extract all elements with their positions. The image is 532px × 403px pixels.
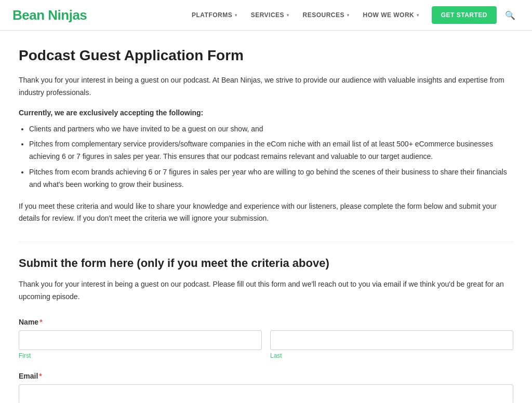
form-section-text: Thank you for your interest in being a g… — [19, 278, 513, 303]
list-item: Pitches from complementary service provi… — [29, 138, 513, 163]
last-name-field: Last — [270, 330, 513, 359]
list-item: Pitches from ecom brands achieving 6 or … — [29, 166, 513, 191]
email-label: Email* — [19, 372, 513, 380]
chevron-down-icon: ▼ — [416, 13, 420, 18]
required-indicator: * — [39, 318, 42, 326]
first-name-label: First — [19, 352, 262, 359]
chevron-down-icon: ▼ — [286, 13, 290, 18]
intro-paragraph: Thank you for your interest in being a g… — [19, 74, 513, 99]
logo-text: Bean Ninjas — [12, 7, 87, 23]
form-section-title: Submit the form here (only if you meet t… — [19, 257, 513, 270]
name-field-group: Name* First Last — [19, 318, 513, 359]
nav-platforms[interactable]: PLATFORMS ▼ — [187, 8, 244, 22]
name-label: Name* — [19, 318, 513, 326]
main-content: Podcast Guest Application Form Thank you… — [6, 31, 526, 403]
podcast-application-form: Name* First Last Email* — [19, 318, 513, 403]
list-item: Clients and partners who we have invited… — [29, 123, 513, 136]
criteria-list: Clients and partners who we have invited… — [19, 123, 513, 191]
email-input[interactable] — [19, 384, 513, 403]
last-name-label: Last — [270, 352, 513, 359]
nav-services[interactable]: SERVICES ▼ — [246, 8, 296, 22]
main-nav: PLATFORMS ▼ SERVICES ▼ RESOURCES ▼ HOW W… — [187, 6, 520, 24]
site-logo[interactable]: Bean Ninjas — [12, 7, 87, 23]
name-row: First Last — [19, 330, 513, 359]
page-title: Podcast Guest Application Form — [19, 47, 513, 64]
nav-resources[interactable]: RESOURCES ▼ — [298, 8, 356, 22]
form-intro-paragraph: If you meet these criteria and would lik… — [19, 200, 513, 225]
search-icon[interactable]: 🔍 — [501, 7, 520, 23]
email-field-group: Email* — [19, 372, 513, 403]
first-name-field: First — [19, 330, 262, 359]
first-name-input[interactable] — [19, 330, 262, 350]
chevron-down-icon: ▼ — [234, 13, 238, 18]
required-indicator: * — [39, 372, 42, 380]
section-divider — [19, 241, 513, 242]
last-name-input[interactable] — [270, 330, 513, 350]
site-header: Bean Ninjas PLATFORMS ▼ SERVICES ▼ RESOU… — [0, 0, 532, 31]
nav-how-we-work[interactable]: HOW WE WORK ▼ — [357, 8, 425, 22]
get-started-button[interactable]: GET STARTED — [432, 6, 497, 24]
chevron-down-icon: ▼ — [346, 13, 350, 18]
currently-accepting-label: Currently, we are exclusively accepting … — [19, 109, 513, 117]
